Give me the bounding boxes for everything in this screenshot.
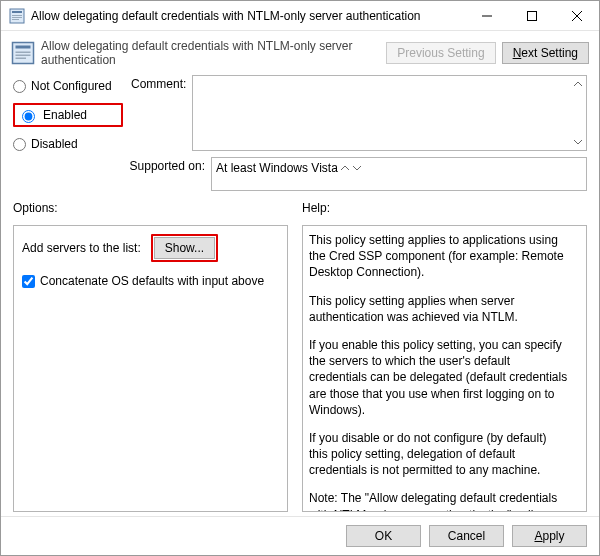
help-paragraph: This policy setting applies to applicati… bbox=[309, 232, 568, 281]
previous-setting-button: Previous Setting bbox=[386, 42, 495, 64]
options-body: Add servers to the list: Show... Concate… bbox=[13, 225, 288, 512]
radio-disabled-label: Disabled bbox=[31, 137, 78, 151]
highlight-enabled: Enabled bbox=[13, 103, 123, 127]
add-servers-label: Add servers to the list: bbox=[22, 241, 141, 255]
svg-rect-3 bbox=[12, 17, 22, 18]
help-paragraph: If you disable or do not configure (by d… bbox=[309, 430, 568, 479]
group-policy-icon bbox=[9, 8, 25, 24]
show-button[interactable]: Show... bbox=[154, 237, 215, 259]
comment-group: Comment: bbox=[131, 75, 587, 151]
svg-rect-2 bbox=[12, 15, 22, 16]
supported-on-label: Supported on: bbox=[13, 157, 205, 173]
titlebar: Allow delegating default credentials wit… bbox=[1, 1, 599, 31]
radio-not-configured-label: Not Configured bbox=[31, 79, 112, 93]
radio-enabled-label: Enabled bbox=[43, 108, 87, 122]
svg-rect-13 bbox=[16, 58, 27, 60]
supported-on-row: Supported on: At least Windows Vista bbox=[13, 157, 587, 191]
ok-button[interactable]: OK bbox=[346, 525, 421, 547]
options-title: Options: bbox=[13, 201, 288, 215]
help-title: Help: bbox=[302, 201, 587, 215]
options-help-split: Options: Add servers to the list: Show..… bbox=[13, 201, 587, 512]
svg-rect-1 bbox=[12, 11, 22, 13]
apply-button[interactable]: Apply bbox=[512, 525, 587, 547]
state-and-comment-row: Not Configured Enabled Disabled Comment: bbox=[13, 75, 587, 151]
dialog-window: Allow delegating default credentials wit… bbox=[0, 0, 600, 556]
supported-on-value: At least Windows Vista bbox=[216, 161, 338, 175]
help-paragraph: If you enable this policy setting, you c… bbox=[309, 337, 568, 418]
options-column: Options: Add servers to the list: Show..… bbox=[13, 201, 288, 512]
svg-rect-11 bbox=[16, 52, 31, 54]
svg-rect-6 bbox=[527, 11, 536, 20]
radio-enabled-input[interactable] bbox=[22, 110, 35, 123]
svg-rect-10 bbox=[16, 46, 31, 49]
close-button[interactable] bbox=[554, 1, 599, 30]
radio-not-configured-input[interactable] bbox=[13, 80, 26, 93]
radio-not-configured[interactable]: Not Configured bbox=[13, 79, 123, 93]
help-paragraph: This policy setting applies when server … bbox=[309, 293, 568, 325]
state-radios: Not Configured Enabled Disabled bbox=[13, 75, 123, 151]
minimize-button[interactable] bbox=[464, 1, 509, 30]
body: Not Configured Enabled Disabled Comment: bbox=[1, 75, 599, 516]
highlight-show: Show... bbox=[151, 234, 218, 262]
svg-rect-12 bbox=[16, 55, 31, 57]
help-column: Help: This policy setting applies to app… bbox=[302, 201, 587, 512]
comment-label: Comment: bbox=[131, 75, 186, 151]
concat-label: Concatenate OS defaults with input above bbox=[40, 274, 264, 288]
supported-on-value-box: At least Windows Vista bbox=[211, 157, 587, 191]
svg-rect-4 bbox=[12, 19, 19, 20]
help-body[interactable]: This policy setting applies to applicati… bbox=[302, 225, 587, 512]
radio-disabled[interactable]: Disabled bbox=[13, 137, 123, 151]
cancel-button[interactable]: Cancel bbox=[429, 525, 504, 547]
maximize-button[interactable] bbox=[509, 1, 554, 30]
scroll-up-icon[interactable] bbox=[341, 161, 352, 175]
concat-checkbox[interactable] bbox=[22, 275, 35, 288]
footer: OK Cancel Apply bbox=[1, 516, 599, 555]
concat-row[interactable]: Concatenate OS defaults with input above bbox=[22, 274, 279, 288]
scroll-down-icon[interactable] bbox=[570, 134, 586, 150]
header-subtitle: Allow delegating default credentials wit… bbox=[41, 39, 380, 67]
next-setting-button[interactable]: Next Setting bbox=[502, 42, 589, 64]
group-policy-icon-large bbox=[11, 41, 35, 65]
scroll-down-icon[interactable] bbox=[353, 161, 361, 175]
radio-disabled-input[interactable] bbox=[13, 138, 26, 151]
scroll-up-icon[interactable] bbox=[570, 76, 586, 92]
help-paragraph: Note: The "Allow delegating default cred… bbox=[309, 490, 568, 512]
comment-textarea[interactable] bbox=[192, 75, 587, 151]
window-title: Allow delegating default credentials wit… bbox=[31, 9, 464, 23]
header: Allow delegating default credentials wit… bbox=[1, 31, 599, 75]
add-servers-row: Add servers to the list: Show... bbox=[22, 234, 279, 262]
window-buttons bbox=[464, 1, 599, 30]
